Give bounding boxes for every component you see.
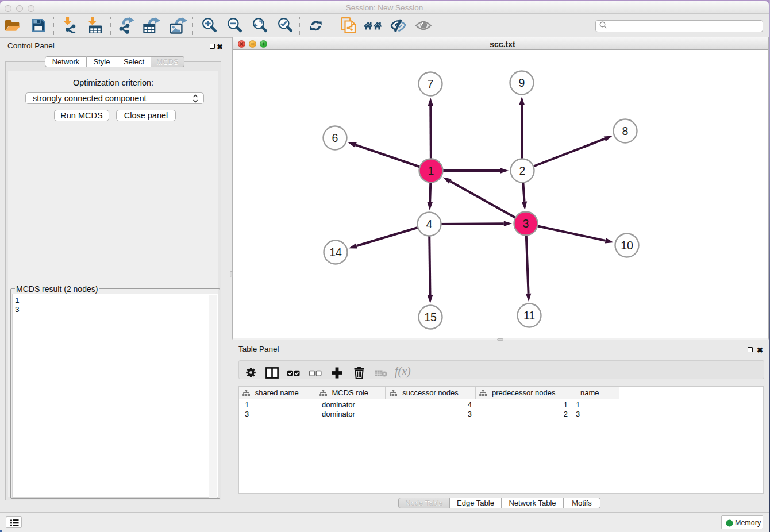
svg-text:6: 6 — [332, 132, 338, 144]
svg-text:7: 7 — [428, 78, 434, 90]
svg-text:15: 15 — [424, 311, 437, 323]
svg-text:11: 11 — [523, 309, 535, 322]
svg-text:4: 4 — [426, 218, 433, 230]
svg-text:10: 10 — [621, 239, 633, 252]
svg-text:3: 3 — [523, 217, 529, 230]
svg-text:8: 8 — [622, 125, 629, 137]
svg-text:14: 14 — [329, 246, 342, 259]
svg-text:1: 1 — [428, 164, 434, 177]
svg-text:2: 2 — [519, 164, 526, 177]
svg-text:9: 9 — [519, 76, 525, 89]
